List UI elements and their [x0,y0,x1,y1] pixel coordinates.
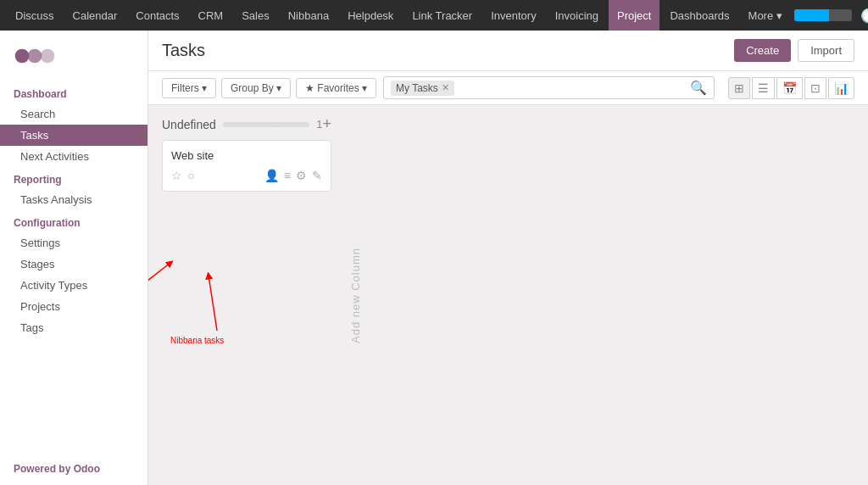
nav-nibbana[interactable]: Nibbana [280,0,337,31]
group-by-button[interactable]: Group By ▾ [221,78,291,98]
graph-view-button[interactable]: 📊 [828,77,854,99]
nav-invoicing[interactable]: Invoicing [547,0,607,31]
sidebar-tags[interactable]: Tags [0,317,147,338]
filter-controls: Filters ▾ Group By ▾ ★ Favorites ▾ [162,78,376,98]
add-new-column[interactable]: Add new Column [342,115,369,475]
filters-button[interactable]: Filters ▾ [162,78,216,98]
nav-discuss[interactable]: Discuss [7,0,63,31]
column-count: 1 [316,118,322,131]
column-header: Undefined 1 + [162,115,331,133]
sidebar: Dashboard Search Tasks Next Activities R… [0,31,148,485]
favorites-button[interactable]: ★ Favorites ▾ [296,78,376,98]
svg-line-3 [148,263,170,322]
svg-point-0 [15,49,30,64]
nav-helpdesk[interactable]: Helpdesk [339,0,402,31]
top-navigation: Discuss Calendar Contacts CRM Sales Nibb… [0,0,868,31]
list-card-icon[interactable]: ≡ [284,169,291,182]
nav-calendar[interactable]: Calendar [64,0,126,31]
sidebar-settings[interactable]: Settings [0,232,147,254]
svg-point-2 [41,49,55,64]
sidebar-projects[interactable]: Projects [0,296,147,317]
sidebar-stages[interactable]: Stages [0,254,147,275]
nav-inventory[interactable]: Inventory [482,0,544,31]
nav-dashboards[interactable]: Dashboards [661,0,737,31]
sidebar-search[interactable]: Search [0,103,147,125]
column-add-card-button[interactable]: + [322,115,331,133]
sidebar-reporting[interactable]: Reporting [0,167,147,189]
add-column-text: Add new Column [349,248,362,343]
search-input[interactable] [459,81,685,94]
nav-project[interactable]: Project [609,0,659,31]
annotation-arrows: Nibbana projects Nibbana tasks [148,165,327,386]
user-card-icon[interactable]: 👤 [264,169,279,182]
settings-card-icon[interactable]: ⚙ [296,169,307,182]
kanban-card: Web site ☆ ○ 👤 ≡ ⚙ ✎ [162,140,331,192]
import-button[interactable]: Import [798,39,854,62]
search-bar-area: Filters ▾ Group By ▾ ★ Favorites ▾ My Ta… [148,71,868,105]
my-tasks-tag: My Tasks ✕ [391,81,454,96]
sidebar-tasks-analysis[interactable]: Tasks Analysis [0,189,147,210]
remove-my-tasks-tag[interactable]: ✕ [442,82,449,93]
card-footer: ☆ ○ 👤 ≡ ⚙ ✎ [171,169,322,182]
column-progress [223,122,309,127]
list-view-button[interactable]: ☰ [752,77,775,99]
edit-card-icon[interactable]: ✎ [312,169,322,182]
svg-line-4 [209,276,217,331]
nav-link-tracker[interactable]: Link Tracker [403,0,481,31]
calendar-view-button[interactable]: 📅 [776,77,803,99]
nav-more[interactable]: More ▾ [740,0,791,31]
sidebar-dashboard[interactable]: Dashboard [0,81,147,103]
header-actions: Create Import [734,39,854,62]
sidebar-next-activities[interactable]: Next Activities [0,146,147,167]
nav-crm[interactable]: CRM [190,0,232,31]
search-submit-button[interactable]: 🔍 [690,80,707,96]
nav-sales[interactable]: Sales [233,0,278,31]
loading-progress [794,9,852,21]
kanban-view-button[interactable]: ⊞ [728,77,750,99]
sidebar-footer: Powered by Odoo [0,453,147,485]
column-title: Undefined [162,118,216,131]
sidebar-activity-types[interactable]: Activity Types [0,275,147,296]
sidebar-configuration[interactable]: Configuration [0,210,147,232]
main-content: Tasks Create Import Filters ▾ Group By ▾… [148,31,868,485]
nav-contacts[interactable]: Contacts [127,0,187,31]
clock-card-icon[interactable]: ○ [187,169,194,182]
nibbana-tasks-label: Nibbana tasks [170,336,224,345]
create-button[interactable]: Create [734,39,791,62]
star-icon[interactable]: ☆ [171,169,182,182]
kanban-column-undefined: Undefined 1 + Web site ☆ ○ [162,115,331,475]
sidebar-tasks[interactable]: Tasks [0,125,147,146]
card-title: Web site [171,149,322,162]
search-input-area: My Tasks ✕ 🔍 [383,76,715,99]
logo-area [0,31,147,81]
odoo-logo-icon [14,41,56,71]
kanban-area: Undefined 1 + Web site ☆ ○ [148,105,868,485]
page-header: Tasks Create Import [148,31,868,71]
view-controls: ⊞ ☰ 📅 ⊡ 📊 [728,77,854,99]
clock-icon[interactable]: 🕐 [857,8,868,24]
pivot-view-button[interactable]: ⊡ [804,77,826,99]
svg-point-1 [28,49,42,64]
page-title: Tasks [162,41,205,60]
